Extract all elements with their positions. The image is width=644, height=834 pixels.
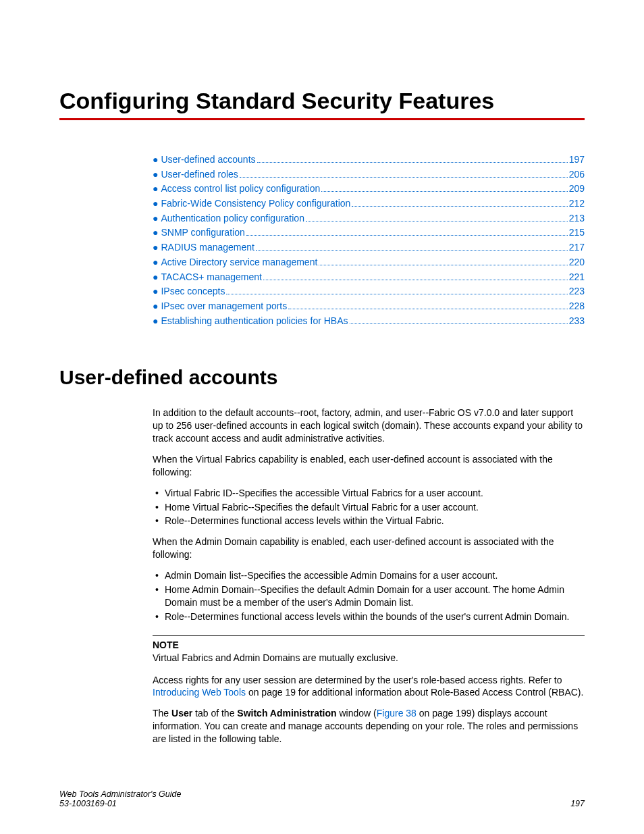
toc-page-number: 206	[569, 167, 585, 182]
bullet-icon: ●	[153, 197, 158, 211]
toc-leader-dots	[350, 323, 568, 324]
title-rule	[59, 118, 585, 120]
toc-leader-dots	[263, 280, 568, 280]
text-run: window (	[337, 708, 377, 719]
text-run: Access rights for any user session are d…	[153, 675, 562, 685]
bold-text: Switch Administration	[237, 708, 336, 719]
bullet-icon: ●	[153, 153, 158, 167]
toc-entry[interactable]: ●Establishing authentication policies fo…	[153, 314, 585, 329]
bullet-icon: ●	[153, 314, 158, 329]
list-item: Role--Determines functional access level…	[165, 610, 585, 623]
toc-page-number: 233	[569, 314, 585, 329]
toc-label: Authentication policy configuration	[161, 211, 304, 226]
body-content: In addition to the default accounts--roo…	[153, 407, 585, 746]
toc-leader-dots	[226, 294, 567, 294]
toc-entry[interactable]: ●TACACS+ management221	[153, 270, 585, 285]
toc-entry[interactable]: ●IPsec over management ports228	[153, 299, 585, 314]
toc-label: RADIUS management	[161, 240, 254, 255]
toc-entry[interactable]: ●Active Directory service management220	[153, 255, 585, 270]
toc-entry[interactable]: ●RADIUS management217	[153, 240, 585, 255]
section-title: User-defined accounts	[59, 366, 585, 389]
bullet-icon: ●	[153, 270, 158, 285]
toc-entry[interactable]: ●User-defined roles206	[153, 167, 585, 182]
toc-page-number: 212	[569, 197, 585, 211]
toc-page-number: 213	[569, 211, 585, 226]
list-item: Home Admin Domain--Specifies the default…	[165, 583, 585, 609]
document-page: Configuring Standard Security Features ●…	[0, 0, 644, 834]
footer-page-number: 197	[570, 799, 585, 808]
toc-leader-dots	[240, 177, 568, 178]
toc-label: Fabric-Wide Consistency Policy configura…	[161, 197, 350, 211]
toc-page-number: 209	[569, 182, 585, 197]
bold-text: User	[171, 708, 192, 719]
toc-entry[interactable]: ●Access control list policy configuratio…	[153, 182, 585, 197]
bullet-icon: ●	[153, 299, 158, 314]
toc-page-number: 221	[569, 270, 585, 285]
bullet-icon: ●	[153, 284, 158, 299]
paragraph: When the Virtual Fabrics capability is e…	[153, 453, 585, 479]
toc-leader-dots	[246, 235, 568, 236]
toc-page-number: 197	[569, 153, 585, 167]
toc-leader-dots	[257, 162, 568, 163]
bullet-icon: ●	[153, 240, 158, 255]
table-of-contents: ●User-defined accounts197●User-defined r…	[153, 153, 585, 328]
footer-doc-number: 53-1003169-01	[59, 799, 181, 808]
toc-page-number: 215	[569, 226, 585, 240]
paragraph: In addition to the default accounts--roo…	[153, 407, 585, 445]
toc-label: Establishing authentication policies for…	[161, 314, 348, 329]
toc-leader-dots	[256, 250, 568, 251]
paragraph: The User tab of the Switch Administratio…	[153, 707, 585, 746]
footer-doc-title: Web Tools Administrator's Guide	[59, 789, 181, 799]
text-run: The	[153, 708, 171, 719]
bullet-icon: ●	[153, 167, 158, 182]
list-item: Role--Determines functional access level…	[165, 515, 585, 527]
toc-entry[interactable]: ●Fabric-Wide Consistency Policy configur…	[153, 197, 585, 211]
toc-leader-dots	[306, 221, 568, 221]
toc-label: Active Directory service management	[161, 255, 317, 270]
toc-label: TACACS+ management	[161, 270, 262, 285]
toc-entry[interactable]: ●User-defined accounts197	[153, 153, 585, 167]
toc-page-number: 228	[569, 299, 585, 314]
toc-leader-dots	[352, 206, 567, 207]
note-label: NOTE	[153, 639, 585, 652]
toc-label: IPsec concepts	[161, 284, 225, 299]
bullet-icon: ●	[153, 255, 158, 270]
paragraph: When the Admin Domain capability is enab…	[153, 536, 585, 561]
toc-label: SNMP configuration	[161, 226, 244, 240]
toc-label: IPsec over management ports	[161, 299, 287, 314]
chapter-title: Configuring Standard Security Features	[59, 88, 585, 114]
bullet-icon: ●	[153, 211, 158, 226]
bullet-icon: ●	[153, 226, 158, 240]
toc-leader-dots	[319, 265, 567, 265]
bullet-list: Virtual Fabric ID--Specifies the accessi…	[153, 487, 585, 528]
text-run: tab of the	[192, 708, 237, 719]
toc-entry[interactable]: ●Authentication policy configuration213	[153, 211, 585, 226]
toc-leader-dots	[288, 309, 567, 309]
link-figure-38[interactable]: Figure 38	[377, 708, 417, 719]
list-item: Home Virtual Fabric--Specifies the defau…	[165, 501, 585, 514]
bullet-icon: ●	[153, 182, 158, 197]
footer-left: Web Tools Administrator's Guide 53-10031…	[59, 789, 181, 808]
bullet-list: Admin Domain list--Specifies the accessi…	[153, 569, 585, 623]
link-introducing-web-tools[interactable]: Introducing Web Tools	[153, 687, 246, 698]
list-item: Virtual Fabric ID--Specifies the accessi…	[165, 487, 585, 500]
list-item: Admin Domain list--Specifies the accessi…	[165, 569, 585, 582]
text-run: on page 19 for additional information ab…	[246, 687, 583, 698]
toc-label: User-defined roles	[161, 167, 238, 182]
paragraph: Access rights for any user session are d…	[153, 674, 585, 700]
note-text: Virtual Fabrics and Admin Domains are mu…	[153, 652, 585, 664]
toc-leader-dots	[321, 191, 567, 192]
toc-label: Access control list policy configuration	[161, 182, 320, 197]
toc-label: User-defined accounts	[161, 153, 255, 167]
toc-entry[interactable]: ●SNMP configuration215	[153, 226, 585, 240]
toc-entry[interactable]: ●IPsec concepts223	[153, 284, 585, 299]
toc-page-number: 223	[569, 284, 585, 299]
page-footer: Web Tools Administrator's Guide 53-10031…	[59, 789, 585, 808]
note-rule	[153, 635, 585, 636]
toc-page-number: 217	[569, 240, 585, 255]
toc-page-number: 220	[569, 255, 585, 270]
